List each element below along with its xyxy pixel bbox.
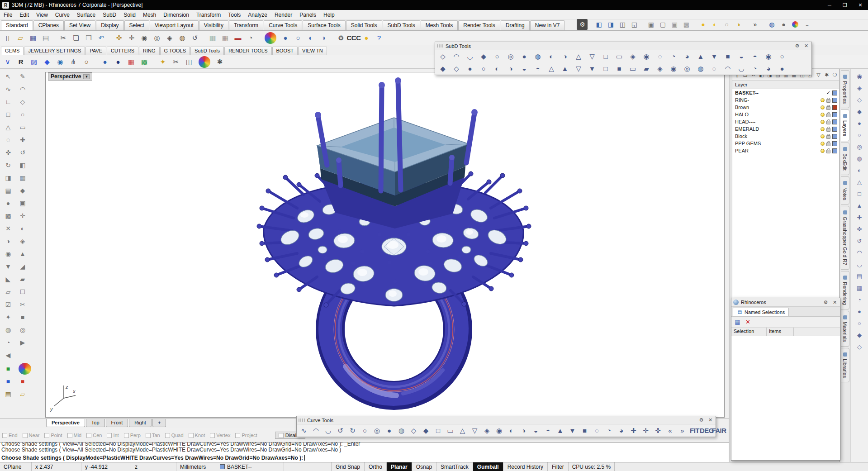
curve-tool-icon[interactable]: ○: [359, 425, 370, 436]
layer-lock-icon[interactable]: [826, 121, 830, 124]
menu-item[interactable]: Edit: [16, 11, 33, 19]
osnap-end[interactable]: End: [2, 433, 18, 438]
close-button[interactable]: ✕: [853, 0, 868, 10]
paste-clipboard-icon[interactable]: ❐: [83, 32, 95, 44]
sidebar-tool-icon[interactable]: ✂: [16, 299, 29, 310]
checkbox-icon[interactable]: [2, 433, 7, 438]
subd-tool-icon[interactable]: ▭: [613, 51, 626, 62]
sidebar-tool-icon[interactable]: ◎: [16, 324, 29, 336]
subd-tool-icon[interactable]: ▽: [586, 51, 598, 62]
subd-tool-icon[interactable]: ◈: [654, 63, 666, 74]
pan-hand-icon[interactable]: ✜: [113, 32, 125, 44]
edge-tool-icon[interactable]: ◠: [854, 247, 865, 258]
osnap-point[interactable]: Point: [44, 433, 62, 438]
sidebar-tool-icon[interactable]: ✜: [2, 147, 14, 158]
curve-tool-icon[interactable]: ■: [579, 425, 590, 436]
subd-tool-icon[interactable]: ◑: [559, 51, 571, 62]
layer-visibility-bulb-icon[interactable]: [821, 120, 825, 124]
viewport-tab[interactable]: Perspective: [46, 419, 85, 427]
viewport-title-tab[interactable]: Perspective ▼: [48, 72, 92, 81]
edge-tool-icon[interactable]: ✚: [854, 212, 865, 223]
subd-tool-icon[interactable]: ◎: [681, 63, 693, 74]
screen-layout-icon[interactable]: ◫: [617, 19, 628, 30]
new-file-icon[interactable]: ▯: [2, 32, 14, 44]
drag-grip-icon[interactable]: [299, 419, 305, 422]
menu-item[interactable]: Solid: [120, 11, 139, 19]
panel-toggle-right-icon[interactable]: ◨: [605, 19, 616, 30]
layer-color-swatch[interactable]: [832, 127, 837, 132]
sidebar-tool-icon[interactable]: ✛: [16, 210, 29, 222]
viewport-tab[interactable]: +: [152, 419, 166, 427]
subd-tool-icon[interactable]: ◎: [504, 51, 517, 62]
edge-tool-icon[interactable]: ◡: [854, 259, 865, 270]
side-tab[interactable]: Notes: [841, 176, 849, 205]
layer-color-swatch[interactable]: [832, 141, 837, 146]
custom-tab[interactable]: GEMS: [1, 47, 24, 55]
undo-view-icon[interactable]: ↺: [189, 32, 201, 44]
layer-visibility-bulb-icon[interactable]: [821, 142, 825, 146]
toolbar-tab[interactable]: Viewport Layout: [150, 20, 199, 30]
subd-tool-icon[interactable]: ■: [721, 51, 734, 62]
subd-tool-icon[interactable]: ◇: [436, 51, 449, 62]
curve-tool-icon[interactable]: ●: [384, 425, 395, 436]
named-selections-list[interactable]: [731, 336, 840, 460]
cplane-button[interactable]: CPlane: [0, 462, 32, 471]
menu-item[interactable]: Surface: [73, 11, 99, 19]
save-file-icon[interactable]: ▦: [27, 32, 39, 44]
edge-tool-icon[interactable]: ↺: [854, 236, 865, 246]
sidebar-tool-icon[interactable]: ◈: [16, 235, 29, 247]
tech-sphere-icon[interactable]: ◒: [802, 19, 812, 30]
layer-row[interactable]: Block: [732, 133, 839, 140]
toolbar-tab[interactable]: Curve Tools: [264, 20, 302, 30]
menu-item[interactable]: Help: [320, 11, 338, 19]
menu-item[interactable]: Render: [271, 11, 296, 19]
edge-tool-icon[interactable]: ◔: [854, 295, 865, 305]
sidebar-tool-icon[interactable]: ◇: [16, 96, 29, 108]
toolbar-tab[interactable]: New in V7: [530, 20, 565, 30]
layer-visibility-bulb-icon[interactable]: [821, 134, 825, 138]
edge-tool-icon[interactable]: ▦: [854, 283, 865, 293]
side-tab[interactable]: Materials: [841, 311, 849, 347]
osnap-near[interactable]: Near: [23, 433, 40, 438]
subd-tool-icon[interactable]: □: [599, 63, 612, 74]
subd-tool-icon[interactable]: ▼: [708, 51, 721, 62]
curve-tool-icon[interactable]: ◎: [371, 425, 383, 436]
units-indicator[interactable]: Millimeters: [176, 462, 216, 471]
side-tab[interactable]: Grasshopper Gold R7: [841, 206, 849, 270]
sidebar-tool-icon[interactable]: ◀: [2, 349, 14, 361]
sidebar-tool-icon[interactable]: ✚: [16, 134, 29, 146]
sphere-blue-icon[interactable]: ●: [99, 56, 111, 68]
split-view-icon[interactable]: ◱: [629, 19, 640, 30]
osnap-cen[interactable]: Cen: [86, 433, 102, 438]
sidebar-tool-icon[interactable]: ●: [2, 197, 14, 209]
subd-tool-icon[interactable]: ▲: [694, 51, 707, 62]
sidebar-tool-icon[interactable]: ◌: [2, 134, 14, 146]
layer-tool-icon[interactable]: ▽: [815, 71, 822, 79]
sidebar-tool-icon[interactable]: ∟: [2, 96, 14, 108]
print-icon[interactable]: ▤: [40, 32, 52, 44]
toolbar-tab[interactable]: Standard: [1, 20, 33, 30]
royal-tool-icon[interactable]: R: [15, 56, 27, 68]
pave-gems-icon[interactable]: ▨: [28, 56, 40, 68]
curve-tool-icon[interactable]: ◇: [408, 425, 419, 436]
layer-lock-icon[interactable]: [826, 99, 830, 103]
edge-tool-icon[interactable]: ●: [854, 306, 865, 317]
subd-tool-icon[interactable]: ◌: [708, 63, 721, 74]
named-cplane-icon[interactable]: ▥: [207, 32, 218, 44]
layer-color-swatch[interactable]: [832, 98, 837, 103]
curve-tool-icon[interactable]: ◌: [591, 425, 602, 436]
shaded-mode-icon[interactable]: ●: [280, 32, 291, 44]
checkbox-icon[interactable]: [23, 433, 28, 438]
layer-color-swatch[interactable]: [832, 134, 837, 139]
gem-profile-icon[interactable]: ∨: [2, 56, 14, 68]
chevron-more-icon[interactable]: »: [749, 19, 760, 30]
curve-tool-icon[interactable]: ◑: [518, 425, 529, 436]
sphere-navy-icon[interactable]: ●: [112, 56, 124, 68]
sidebar-tool-icon[interactable]: ◠: [16, 83, 29, 95]
custom-tab[interactable]: PAVE: [85, 47, 106, 55]
osnap-vertex[interactable]: Vertex: [210, 433, 230, 438]
layer-row[interactable]: BASKET--✓: [732, 89, 839, 96]
curve-tool-icon[interactable]: ✜: [652, 425, 664, 436]
edge-tool-icon[interactable]: ◈: [854, 83, 865, 93]
side-tab[interactable]: Rendering: [841, 271, 849, 309]
